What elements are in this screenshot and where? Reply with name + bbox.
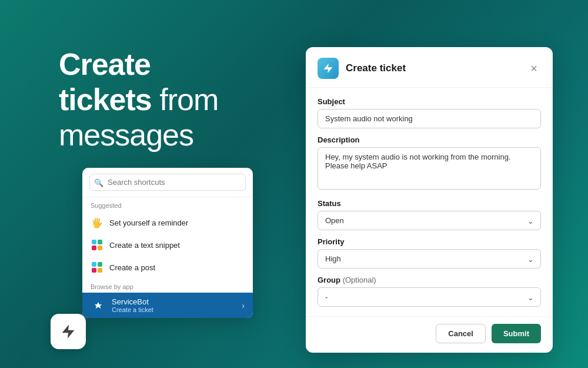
svg-rect-1 [98,240,102,244]
cancel-button[interactable]: Cancel [436,324,486,343]
priority-select[interactable]: Low Medium High Critical [318,249,541,268]
svg-rect-7 [98,268,102,273]
group-field: Group (Optional) - IT Support HR Finance… [318,276,541,307]
svg-rect-3 [98,246,102,250]
hero-line2-normal: from [152,82,218,117]
subject-input[interactable] [318,109,541,128]
description-field: Description Hey, my system audio is not … [318,135,541,192]
group-select[interactable]: - IT Support HR Finance [318,287,541,307]
hero-line1: Create [59,47,151,81]
svg-marker-8 [62,324,75,338]
modal-body: Subject Description Hey, my system audio… [306,88,553,316]
svg-marker-9 [324,64,333,74]
search-input-wrapper: 🔍 [89,174,246,191]
modal-footer: Cancel Submit [306,316,553,353]
search-icon: 🔍 [94,178,103,187]
hero-panel: Create tickets from messages [59,47,270,152]
priority-select-wrapper: Low Medium High Critical ⌄ [318,249,541,268]
priority-field: Priority Low Medium High Critical ⌄ [318,237,541,268]
modal-header: Create ticket × [306,47,553,88]
modal-title: Create ticket [346,62,520,74]
shortcut-item-reminder[interactable]: 🖐️ Set yourself a reminder [82,211,253,234]
subject-label: Subject [318,97,541,106]
servicebot-name: ServiceBot [112,297,236,306]
hero-line3: messages [59,118,193,152]
modal-app-icon [318,58,339,79]
group-select-wrapper: - IT Support HR Finance ⌄ [318,287,541,307]
post-label: Create a post [109,263,155,272]
search-bar: 🔍 [82,168,253,197]
svg-rect-6 [92,268,96,273]
shortcut-item-post[interactable]: Create a post [82,256,253,279]
post-icon [91,261,103,274]
servicebot-sub: Create a ticket [112,306,236,313]
snippet-icon [91,238,103,251]
priority-label: Priority [318,237,541,246]
status-label: Status [318,199,541,208]
servicebot-icon [91,298,106,313]
shortcut-item-snippet[interactable]: Create a text snippet [82,234,253,256]
chevron-right-icon: › [242,301,245,310]
create-ticket-modal: Create ticket × Subject Description Hey,… [306,47,553,353]
status-select[interactable]: Open In Progress Closed [318,211,541,230]
search-input[interactable] [89,174,246,191]
svg-rect-2 [92,246,96,250]
svg-rect-0 [92,240,96,244]
hero-line2-bold: tickets [59,82,152,117]
reminder-label: Set yourself a reminder [109,218,188,227]
suggested-label: Suggested [82,197,253,211]
svg-rect-4 [92,262,96,267]
lightning-icon [60,323,76,340]
shortcut-popup: 🔍 Suggested 🖐️ Set yourself a reminder C… [82,168,253,318]
servicebot-texts: ServiceBot Create a ticket [112,297,236,313]
snippet-label: Create a text snippet [109,241,180,250]
status-select-wrapper: Open In Progress Closed ⌄ [318,211,541,230]
browse-label: Browse by app [82,279,253,293]
subject-field: Subject [318,97,541,128]
submit-button[interactable]: Submit [492,324,541,343]
group-optional: (Optional) [343,276,376,284]
svg-rect-5 [98,262,102,267]
description-textarea[interactable]: Hey, my system audio is not working from… [318,147,541,190]
group-label: Group (Optional) [318,276,541,284]
floating-action-button[interactable] [51,314,86,349]
description-label: Description [318,135,541,144]
status-field: Status Open In Progress Closed ⌄ [318,199,541,230]
reminder-icon: 🖐️ [91,216,103,229]
shortcut-item-servicebot[interactable]: ServiceBot Create a ticket › [82,293,253,318]
modal-close-button[interactable]: × [527,61,541,75]
hero-title: Create tickets from messages [59,47,270,152]
